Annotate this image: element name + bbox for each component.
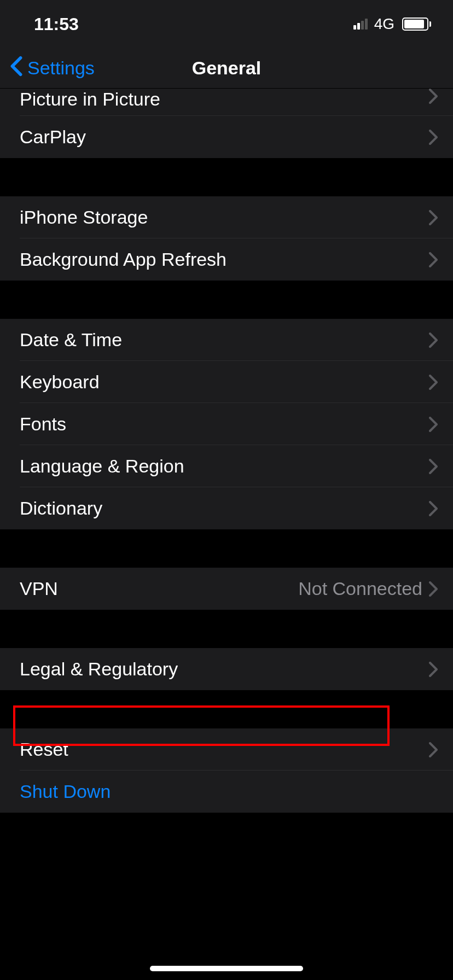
chevron-right-icon (429, 375, 438, 390)
chevron-right-icon (429, 252, 438, 267)
row-label: Background App Refresh (20, 249, 429, 270)
chevron-left-icon (10, 56, 23, 81)
row-label: Keyboard (20, 371, 429, 393)
chevron-right-icon (429, 332, 438, 348)
row-label: Dictionary (20, 498, 429, 519)
row-language-region[interactable]: Language & Region (0, 445, 453, 487)
row-detail: Not Connected (298, 578, 422, 599)
home-indicator[interactable] (150, 966, 303, 971)
section-storage: iPhone Storage Background App Refresh (0, 196, 453, 281)
chevron-right-icon (429, 89, 438, 104)
section-display: Picture in Picture CarPlay (0, 89, 453, 158)
network-type: 4G (374, 15, 394, 33)
row-label: CarPlay (20, 126, 429, 148)
row-label: Date & Time (20, 329, 429, 351)
row-date-time[interactable]: Date & Time (0, 319, 453, 361)
page-title: General (192, 57, 262, 79)
section-legal: Legal & Regulatory (0, 648, 453, 690)
row-label: Picture in Picture (20, 89, 429, 110)
status-right: 4G (353, 15, 431, 33)
chevron-right-icon (429, 130, 438, 145)
chevron-right-icon (429, 501, 438, 516)
row-legal-regulatory[interactable]: Legal & Regulatory (0, 648, 453, 690)
row-picture-in-picture[interactable]: Picture in Picture (0, 89, 453, 116)
section-reset: Reset Shut Down (0, 728, 453, 813)
chevron-right-icon (429, 459, 438, 474)
status-time: 11:53 (22, 14, 79, 34)
back-button[interactable]: Settings (0, 56, 95, 81)
chevron-right-icon (429, 581, 438, 597)
chevron-right-icon (429, 417, 438, 432)
chevron-right-icon (429, 210, 438, 225)
row-label: Reset (20, 739, 429, 760)
section-time-keyboard: Date & Time Keyboard Fonts Language & Re… (0, 319, 453, 529)
row-label: Shut Down (20, 781, 453, 802)
battery-icon (402, 18, 431, 31)
row-shut-down[interactable]: Shut Down (0, 771, 453, 813)
row-keyboard[interactable]: Keyboard (0, 361, 453, 403)
status-bar: 11:53 4G (0, 0, 453, 48)
row-background-app-refresh[interactable]: Background App Refresh (0, 238, 453, 281)
section-vpn: VPN Not Connected (0, 568, 453, 610)
nav-bar: Settings General (0, 48, 453, 89)
row-label: iPhone Storage (20, 207, 429, 228)
row-iphone-storage[interactable]: iPhone Storage (0, 196, 453, 238)
cellular-signal-icon (353, 19, 368, 30)
row-label: VPN (20, 578, 298, 599)
chevron-right-icon (429, 662, 438, 677)
chevron-right-icon (429, 742, 438, 757)
row-label: Fonts (20, 413, 429, 435)
row-label: Legal & Regulatory (20, 658, 429, 680)
row-dictionary[interactable]: Dictionary (0, 487, 453, 529)
row-carplay[interactable]: CarPlay (0, 116, 453, 158)
row-label: Language & Region (20, 456, 429, 477)
row-fonts[interactable]: Fonts (0, 403, 453, 445)
row-vpn[interactable]: VPN Not Connected (0, 568, 453, 610)
back-label: Settings (27, 57, 95, 79)
row-reset[interactable]: Reset (0, 728, 453, 771)
